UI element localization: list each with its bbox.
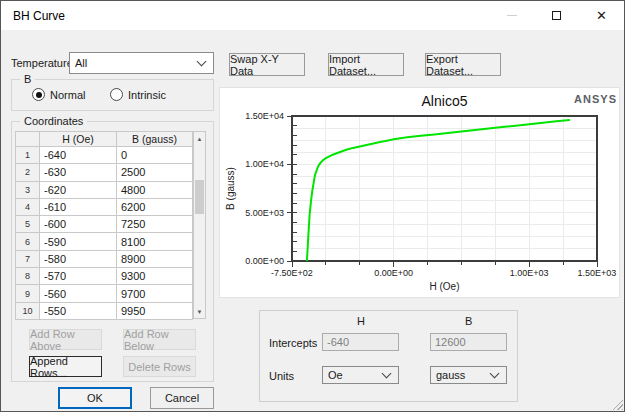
b-groupbox: B Normal Intrinsic bbox=[11, 79, 214, 111]
radio-unselected-icon bbox=[110, 88, 123, 101]
dialog-title: BH Curve bbox=[13, 9, 65, 23]
chevron-down-icon bbox=[197, 57, 207, 67]
scroll-down-icon[interactable]: ▼ bbox=[194, 305, 205, 318]
b-value-cell[interactable]: 9300 bbox=[117, 268, 193, 285]
h-value-cell[interactable]: -570 bbox=[40, 268, 117, 285]
bh-curve-chart: -7.50E+020.00E+001.00E+031.50E+030.00E+0… bbox=[219, 87, 620, 298]
maximize-icon bbox=[552, 11, 561, 20]
row-number-cell[interactable]: 7 bbox=[16, 251, 40, 268]
h-intercept-field: -640 bbox=[322, 333, 399, 351]
cancel-button[interactable]: Cancel bbox=[150, 387, 214, 409]
h-value-cell[interactable]: -620 bbox=[40, 182, 117, 199]
b-value-cell[interactable]: 2500 bbox=[117, 164, 193, 181]
row-number-cell[interactable]: 10 bbox=[16, 303, 40, 320]
radio-selected-icon bbox=[32, 88, 45, 101]
row-number-cell[interactable]: 5 bbox=[16, 216, 40, 233]
b-column-label: B bbox=[465, 315, 472, 327]
h-value-cell[interactable]: -630 bbox=[40, 164, 117, 181]
add-row-above-button: Add Row Above bbox=[29, 329, 102, 350]
b-column-header: B (gauss) bbox=[117, 132, 193, 147]
b-value-cell[interactable]: 9700 bbox=[117, 285, 193, 302]
title-bar: BH Curve ✕ bbox=[1, 1, 624, 30]
h-column-header: H (Oe) bbox=[40, 132, 117, 147]
b-value-cell[interactable]: 0 bbox=[117, 147, 193, 164]
b-value-cell[interactable]: 4800 bbox=[117, 182, 193, 199]
b-value-cell[interactable]: 8100 bbox=[117, 233, 193, 250]
coordinates-label: Coordinates bbox=[20, 115, 87, 127]
scrollbar-thumb[interactable] bbox=[195, 180, 204, 214]
b-intercept-field: 12600 bbox=[430, 333, 507, 351]
svg-text:0.00E+00: 0.00E+00 bbox=[245, 256, 284, 266]
h-units-value: Oe bbox=[323, 369, 383, 381]
table-scrollbar[interactable]: ▲ ▼ bbox=[193, 131, 206, 319]
maximize-button[interactable] bbox=[534, 1, 579, 30]
svg-text:B (gauss): B (gauss) bbox=[225, 167, 236, 210]
svg-text:1.50E+03: 1.50E+03 bbox=[578, 268, 617, 278]
svg-text:Alnico5: Alnico5 bbox=[422, 93, 468, 109]
b-value-cell[interactable]: 7250 bbox=[117, 216, 193, 233]
add-row-below-button: Add Row Below bbox=[123, 329, 196, 350]
svg-text:ANSYS: ANSYS bbox=[574, 93, 617, 105]
b-value-cell[interactable]: 8900 bbox=[117, 251, 193, 268]
svg-text:1.00E+04: 1.00E+04 bbox=[245, 159, 284, 169]
svg-text:1.50E+04: 1.50E+04 bbox=[245, 111, 284, 121]
radio-intrinsic-label: Intrinsic bbox=[128, 89, 166, 101]
intercepts-label: Intercepts bbox=[269, 337, 317, 349]
row-number-cell[interactable]: 8 bbox=[16, 268, 40, 285]
b-group-label: B bbox=[20, 73, 35, 85]
corner-header-cell bbox=[16, 132, 40, 147]
row-number-cell[interactable]: 2 bbox=[16, 164, 40, 181]
minimize-icon bbox=[507, 15, 517, 16]
row-number-cell[interactable]: 1 bbox=[16, 147, 40, 164]
row-number-cell[interactable]: 9 bbox=[16, 285, 40, 302]
svg-text:0.00E+00: 0.00E+00 bbox=[374, 268, 413, 278]
append-rows-button[interactable]: Append Rows... bbox=[29, 356, 102, 377]
radio-normal-label: Normal bbox=[50, 89, 85, 101]
import-dataset-button[interactable]: Import Dataset... bbox=[328, 53, 404, 76]
bh-chart-svg: -7.50E+020.00E+001.00E+031.50E+030.00E+0… bbox=[220, 88, 619, 297]
radio-normal[interactable]: Normal bbox=[32, 88, 85, 101]
h-value-cell[interactable]: -610 bbox=[40, 199, 117, 216]
h-value-cell[interactable]: -640 bbox=[40, 147, 117, 164]
temperature-label: Temperature bbox=[11, 57, 73, 69]
intercepts-panel: H B Intercepts -640 12600 Units Oe gauss bbox=[259, 310, 518, 402]
minimize-button bbox=[489, 1, 534, 30]
delete-rows-button: Delete Rows bbox=[123, 356, 196, 377]
h-value-cell[interactable]: -600 bbox=[40, 216, 117, 233]
export-dataset-button[interactable]: Export Dataset... bbox=[425, 53, 501, 76]
svg-text:H (Oe): H (Oe) bbox=[430, 281, 460, 292]
bh-curve-dialog: BH Curve ✕ Temperature All B Normal Intr… bbox=[0, 0, 625, 412]
units-label: Units bbox=[269, 370, 294, 382]
close-button[interactable]: ✕ bbox=[579, 1, 624, 30]
scroll-up-icon[interactable]: ▲ bbox=[194, 132, 205, 145]
close-icon: ✕ bbox=[596, 9, 607, 22]
chevron-down-icon bbox=[382, 369, 392, 379]
b-units-select[interactable]: gauss bbox=[430, 366, 507, 384]
row-number-cell[interactable]: 3 bbox=[16, 182, 40, 199]
h-column-label: H bbox=[357, 315, 365, 327]
h-units-select[interactable]: Oe bbox=[322, 366, 399, 384]
b-value-cell[interactable]: 9950 bbox=[117, 303, 193, 320]
svg-text:1.00E+03: 1.00E+03 bbox=[510, 268, 549, 278]
svg-text:-7.50E+02: -7.50E+02 bbox=[271, 268, 313, 278]
resize-grip[interactable] bbox=[610, 397, 623, 410]
ok-button[interactable]: OK bbox=[58, 387, 132, 409]
radio-intrinsic[interactable]: Intrinsic bbox=[110, 88, 166, 101]
coordinates-table: H (Oe) B (gauss) 1-64002-63025003-620480… bbox=[15, 131, 193, 320]
row-number-cell[interactable]: 6 bbox=[16, 233, 40, 250]
h-value-cell[interactable]: -590 bbox=[40, 233, 117, 250]
temperature-value: All bbox=[70, 57, 198, 69]
svg-text:5.00E+03: 5.00E+03 bbox=[245, 208, 284, 218]
row-number-cell[interactable]: 4 bbox=[16, 199, 40, 216]
b-value-cell[interactable]: 6200 bbox=[117, 199, 193, 216]
chevron-down-icon bbox=[490, 369, 500, 379]
h-value-cell[interactable]: -550 bbox=[40, 303, 117, 320]
h-value-cell[interactable]: -560 bbox=[40, 285, 117, 302]
b-units-value: gauss bbox=[431, 369, 491, 381]
h-value-cell[interactable]: -580 bbox=[40, 251, 117, 268]
swap-xy-button[interactable]: Swap X-Y Data bbox=[229, 53, 305, 76]
temperature-select[interactable]: All bbox=[69, 52, 214, 74]
